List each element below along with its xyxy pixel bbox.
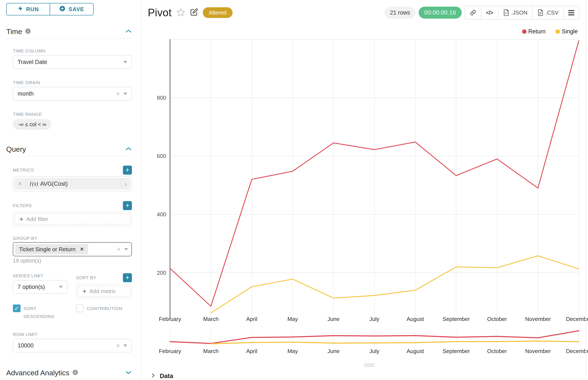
time-range-pill[interactable]: -∞ ≤ col < ∞ bbox=[13, 119, 51, 130]
action-button-group: RUN SAVE bbox=[6, 3, 94, 15]
group-by-label: GROUP BY bbox=[13, 236, 132, 241]
panel-resize-handle[interactable] bbox=[364, 364, 374, 368]
series-limit-value: 7 option(s) bbox=[18, 284, 59, 290]
metrics-label: METRICS bbox=[13, 168, 34, 173]
svg-text:i: i bbox=[27, 29, 28, 33]
sort-by-placeholder: Add metric bbox=[89, 288, 116, 295]
row-limit-label: ROW LIMIT bbox=[13, 332, 132, 337]
altered-badge: Altered bbox=[203, 7, 232, 18]
export-json-button[interactable]: .JSON bbox=[498, 6, 532, 19]
add-metric-button[interactable]: + bbox=[123, 166, 132, 175]
time-grain-select[interactable]: month × bbox=[13, 87, 132, 101]
export-csv-button[interactable]: .CSV bbox=[532, 6, 563, 19]
svg-text:August: August bbox=[407, 348, 424, 354]
chevron-down-icon[interactable] bbox=[125, 370, 132, 376]
info-icon: i bbox=[72, 370, 78, 376]
chevron-up-icon[interactable] bbox=[125, 147, 132, 152]
edit-icon[interactable] bbox=[190, 8, 198, 17]
remove-metric-icon[interactable]: × bbox=[15, 180, 25, 187]
add-sort-metric-dropzone[interactable]: + Add metric bbox=[78, 286, 130, 297]
add-filter-dropzone[interactable]: + Add filter bbox=[15, 214, 130, 225]
plus-icon: + bbox=[83, 287, 86, 295]
row-limit-select[interactable]: 10000 × bbox=[13, 339, 132, 352]
caret-down-icon bbox=[59, 286, 63, 288]
caret-down-icon bbox=[123, 93, 127, 95]
time-column-value: Travel Date bbox=[18, 59, 123, 65]
time-range-label: TIME RANGE bbox=[13, 112, 132, 117]
svg-text:April: April bbox=[246, 348, 257, 354]
row-limit-value: 10000 bbox=[18, 342, 116, 349]
fx-icon: ƒ(x) bbox=[29, 181, 38, 187]
time-column-select[interactable]: Travel Date bbox=[13, 55, 132, 69]
legend-item-return[interactable]: Return bbox=[522, 28, 546, 35]
save-button-label: SAVE bbox=[68, 6, 84, 13]
embed-code-button[interactable]: </> bbox=[481, 6, 498, 19]
more-menu-button[interactable] bbox=[563, 6, 579, 19]
remove-tag-icon[interactable]: ✕ bbox=[80, 246, 84, 252]
query-section-header: Query bbox=[6, 145, 132, 153]
svg-text:December: December bbox=[566, 348, 588, 354]
sort-descending-checkbox[interactable]: ✓ SORT DESCENDING bbox=[13, 304, 67, 320]
svg-text:600: 600 bbox=[157, 153, 166, 159]
svg-text:February: February bbox=[159, 316, 181, 322]
advanced-analytics-header[interactable]: Advanced Analytics i bbox=[6, 369, 132, 377]
time-column-label: TIME COLUMN bbox=[13, 48, 132, 54]
svg-text:December: December bbox=[566, 316, 588, 322]
run-button-label: RUN bbox=[26, 6, 39, 13]
svg-text:June: June bbox=[327, 316, 339, 322]
section-divider bbox=[6, 156, 132, 156]
svg-text:November: November bbox=[525, 316, 551, 322]
checkbox-icon[interactable]: ✓ bbox=[13, 304, 20, 312]
caret-down-icon bbox=[124, 248, 128, 250]
chevron-up-icon[interactable] bbox=[125, 29, 132, 34]
sort-by-label: SORT BY bbox=[76, 275, 96, 280]
control-panel: RUN SAVE Time i TIME COLUMN Travel Date … bbox=[0, 0, 141, 380]
svg-text:March: March bbox=[203, 348, 219, 354]
metrics-control: × ƒ(x) AVG(Cost) › bbox=[13, 176, 132, 191]
star-icon[interactable] bbox=[176, 8, 185, 18]
data-section-toggle[interactable]: Data bbox=[141, 371, 588, 380]
clear-icon[interactable]: × bbox=[116, 90, 120, 98]
clear-icon[interactable]: × bbox=[117, 246, 121, 253]
contribution-label: CONTRIBUTION bbox=[87, 304, 122, 312]
filters-label: FILTERS bbox=[13, 203, 32, 208]
run-button[interactable]: RUN bbox=[7, 3, 50, 15]
group-by-select[interactable]: Ticket Single or Return ✕ × bbox=[13, 242, 132, 256]
contribution-checkbox[interactable]: CONTRIBUTION bbox=[76, 304, 132, 320]
svg-text:September: September bbox=[443, 316, 470, 322]
copy-link-button[interactable] bbox=[465, 6, 481, 19]
series-limit-select[interactable]: 7 option(s) bbox=[13, 280, 67, 294]
export-toolbar: </> .JSON .CSV bbox=[465, 6, 579, 19]
metric-value: AVG(Cost) bbox=[40, 181, 68, 187]
legend-dot bbox=[555, 29, 560, 34]
svg-text:March: March bbox=[203, 316, 219, 322]
section-divider bbox=[6, 38, 132, 38]
svg-text:800: 800 bbox=[157, 95, 166, 101]
add-sort-metric-button[interactable]: + bbox=[123, 273, 132, 282]
metric-pill[interactable]: × ƒ(x) AVG(Cost) › bbox=[15, 178, 130, 189]
line-chart-canvas[interactable]: 200400600800FebruaryFebruaryMarchMarchAp… bbox=[141, 0, 588, 380]
svg-text:200: 200 bbox=[157, 270, 166, 276]
svg-text:June: June bbox=[327, 348, 339, 354]
scrollbar-track[interactable] bbox=[586, 0, 587, 380]
link-icon bbox=[470, 9, 476, 16]
clear-icon[interactable]: × bbox=[116, 342, 120, 350]
svg-text:i: i bbox=[75, 371, 76, 375]
checkbox-icon[interactable] bbox=[76, 304, 84, 312]
chart-area: 200400600800FebruaryFebruaryMarchMarchAp… bbox=[141, 0, 588, 380]
menu-icon bbox=[568, 10, 574, 15]
page-title: Pivot bbox=[148, 6, 172, 19]
svg-text:November: November bbox=[525, 348, 551, 354]
csv-file-icon bbox=[537, 9, 544, 16]
legend-label: Return bbox=[528, 28, 546, 35]
data-section-label: Data bbox=[160, 373, 173, 380]
legend-item-single[interactable]: Single bbox=[555, 28, 578, 35]
query-timer-badge: 00:00:00.16 bbox=[419, 7, 462, 19]
add-filter-button[interactable]: + bbox=[123, 201, 132, 210]
svg-text:October: October bbox=[487, 316, 507, 322]
chevron-right-icon[interactable]: › bbox=[121, 178, 130, 189]
svg-text:May: May bbox=[287, 316, 298, 322]
svg-text:May: May bbox=[287, 348, 298, 354]
save-button[interactable]: SAVE bbox=[50, 3, 93, 15]
svg-text:July: July bbox=[369, 348, 379, 354]
